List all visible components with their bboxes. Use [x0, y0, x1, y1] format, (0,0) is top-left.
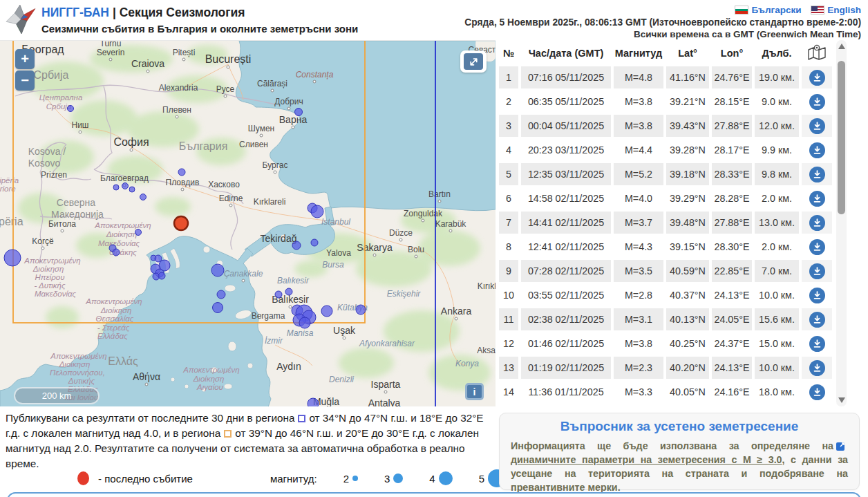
cell-lon: 24.76°E: [712, 66, 752, 88]
cell-download: [802, 212, 832, 234]
map-label: Konya: [455, 359, 479, 368]
earthquake-marker[interactable]: [308, 398, 319, 406]
cell-download: [802, 357, 832, 379]
cell-mag: M=2.8: [614, 284, 663, 306]
map-label: - Στερεάς: [97, 323, 130, 332]
cell-lat: 39.43°N: [666, 115, 709, 137]
map-label: Διοίκηση: [59, 360, 91, 368]
col-header-number: №: [499, 42, 518, 64]
seismic-map[interactable]: БеоградTurnuSeverinCraiovaPiteștiBucureș…: [0, 40, 496, 406]
earthquake-marker[interactable]: [4, 250, 21, 266]
map-label: Αποκεντρωμένη: [182, 366, 240, 374]
map-label: Δυτικής: [68, 377, 95, 385]
lang-bulgarian-link[interactable]: Български: [751, 5, 801, 15]
download-event-button[interactable]: [809, 118, 825, 134]
map-canvas[interactable]: БеоградTurnuSeverinCraiovaPiteștiBucureș…: [0, 41, 496, 406]
page-title: НИГГГ-БАН | Секция Сеизмология: [41, 6, 464, 20]
town-dot: [313, 80, 316, 83]
download-icon: [813, 122, 822, 131]
map-scalebar: 200 km: [14, 387, 100, 404]
download-event-button[interactable]: [809, 336, 825, 352]
download-event-button[interactable]: [809, 70, 825, 86]
earthquake-marker[interactable]: [217, 290, 225, 299]
download-event-button[interactable]: [809, 167, 825, 182]
earthquake-marker[interactable]: [140, 194, 147, 200]
cell-n: 7: [499, 212, 518, 234]
earthquake-marker[interactable]: [292, 241, 301, 250]
cell-mag: M=5.2: [614, 163, 663, 185]
map-label: Edirne: [219, 194, 243, 203]
download-event-button[interactable]: [809, 94, 825, 110]
scrollbar-thumb[interactable]: [838, 61, 845, 214]
earthquake-marker[interactable]: [311, 205, 323, 218]
download-event-button[interactable]: [809, 384, 825, 400]
download-event-button[interactable]: [809, 312, 825, 328]
earthquake-marker[interactable]: [211, 264, 224, 276]
earthquake-marker[interactable]: [311, 239, 318, 246]
scroll-down-arrow[interactable]: [838, 397, 845, 403]
map-label: Θεσσαλίας: [96, 315, 134, 323]
earthquake-marker[interactable]: [285, 288, 292, 295]
earthquake-marker[interactable]: [158, 272, 165, 279]
earthquake-marker[interactable]: [356, 305, 366, 315]
map-label: Severin: [97, 48, 125, 57]
earthquake-marker[interactable]: [295, 109, 303, 116]
zoom-in-button[interactable]: +: [15, 49, 35, 69]
dynamic-parameters-link[interactable]: динамичните параметри на земетресения с …: [511, 454, 782, 465]
earthquake-marker[interactable]: [113, 185, 119, 190]
download-event-button[interactable]: [809, 191, 825, 207]
earthquake-marker[interactable]: [113, 249, 120, 256]
download-icon: [813, 73, 822, 82]
earthquake-marker[interactable]: [122, 183, 129, 189]
earthquake-marker[interactable]: [155, 255, 162, 262]
orange-region-swatch: [224, 430, 232, 438]
fullscreen-button[interactable]: [464, 53, 483, 70]
latest-earthquake-marker[interactable]: [174, 216, 188, 230]
earthquake-marker[interactable]: [178, 169, 185, 176]
lang-english-link[interactable]: English: [827, 5, 861, 15]
earthquake-marker[interactable]: [299, 317, 310, 328]
map-label: Διοίκηση: [32, 265, 64, 273]
cell-n: 11: [499, 308, 518, 330]
zoom-out-button[interactable]: −: [15, 71, 35, 91]
download-event-button[interactable]: [809, 215, 825, 231]
download-event-button[interactable]: [809, 360, 825, 376]
table-row: 512:35 03/11/2025M=5.239.18°N28.33°E9.8 …: [499, 163, 832, 185]
download-icon: [813, 194, 822, 203]
map-label: Korçë: [32, 236, 54, 246]
magnitude-circle: [393, 473, 403, 483]
earthquake-marker[interactable]: [321, 306, 332, 317]
table-row: 714:41 02/11/2025M=3.739.48°N27.88°E13.0…: [499, 212, 832, 234]
earthquake-marker[interactable]: [135, 229, 142, 236]
download-event-button[interactable]: [809, 239, 825, 255]
table-row: 206:35 05/11/2025M=3.839.21°N28.15°E9.0 …: [499, 91, 832, 113]
map-label: Isparta: [371, 379, 401, 390]
map-label: Kırıkkale: [478, 281, 496, 291]
cell-lon: 28.33°E: [712, 163, 752, 185]
cell-n: 8: [499, 236, 518, 258]
map-label: Călărași: [257, 79, 287, 88]
map-label: Istanbul: [321, 217, 350, 227]
download-event-button[interactable]: [809, 288, 825, 303]
col-header-time: Час/дата (GMT): [521, 42, 611, 64]
map-label: Balıkesir: [277, 276, 310, 285]
earthquake-marker[interactable]: [275, 291, 282, 298]
info-button[interactable]: i: [465, 383, 484, 400]
download-event-button[interactable]: [809, 263, 825, 279]
earthquake-marker[interactable]: [68, 106, 74, 112]
cell-download: [802, 66, 832, 88]
cell-mag: M=4.4: [614, 139, 663, 161]
table-scrollbar[interactable]: [836, 40, 847, 406]
cell-lat: 39.29°N: [666, 187, 709, 209]
earthquake-marker[interactable]: [213, 303, 223, 313]
cell-lat: 40.59°N: [666, 260, 709, 282]
earthquake-marker[interactable]: [129, 187, 135, 192]
col-header-lat: Lat°: [666, 42, 709, 64]
map-label: Düzce: [389, 228, 413, 238]
cell-mag: M=4.8: [614, 66, 663, 88]
download-event-button[interactable]: [809, 142, 825, 158]
scroll-up-arrow[interactable]: [838, 44, 845, 49]
map-label: Sakarya: [357, 242, 393, 253]
cell-mag: M=3.8: [614, 115, 663, 137]
map-label: qipëria: [0, 176, 19, 185]
